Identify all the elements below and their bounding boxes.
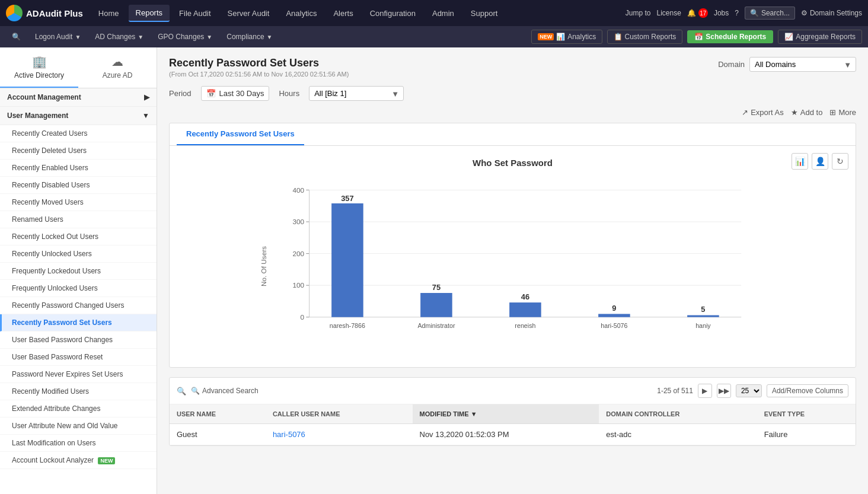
page-subtitle: (From Oct 17,2020 02:51:56 AM to Nov 16,… [169,71,349,78]
col-domain-controller[interactable]: DOMAIN CONTROLLER [599,404,757,424]
col-user-name[interactable]: USER NAME [170,404,266,424]
svg-text:5: 5 [701,305,705,314]
chevron-down-icon: ▼ [142,111,149,120]
account-management-header[interactable]: Account Management ▶ [0,88,157,107]
export-as-button[interactable]: ↗ Export As [742,108,784,117]
hours-dropdown[interactable]: All [Biz 1] [309,86,404,101]
sidebar-tab-azure-ad[interactable]: ☁ Azure AD [78,47,157,88]
license-link[interactable]: License [657,9,681,17]
sidebar-item-recently-unlocked-users[interactable]: Recently Unlocked Users [0,246,157,263]
chart-refresh-button[interactable]: ↻ [832,153,848,170]
analytics-button[interactable]: NEW 📊 Analytics [531,30,602,44]
period-input[interactable]: 📅 Last 30 Days [201,86,270,101]
domain-settings[interactable]: ⚙ Domain Settings [801,9,862,17]
new-badge: NEW [98,457,115,464]
subnav-compliance[interactable]: Compliance ▼ [221,30,278,43]
chart-title: Who Set Password [181,158,844,168]
sidebar-item-account-lockout-analyzer[interactable]: Account Lockout Analyzer NEW [0,452,157,469]
global-search[interactable]: 🔍 Search... [745,7,795,20]
custom-reports-button[interactable]: 📋 Custom Reports [607,30,682,44]
search-icon: 🔍 [12,33,21,41]
user-management-header[interactable]: User Management ▼ [0,107,157,125]
calendar-icon: 📅 [206,89,216,98]
sidebar-item-recently-moved-users[interactable]: Recently Moved Users [0,194,157,211]
subnav-gpo-changes[interactable]: GPO Changes ▼ [152,30,218,43]
svg-text:0: 0 [301,313,305,321]
chevron-down-icon: ▼ [75,34,81,40]
sidebar-item-recently-password-changed-users[interactable]: Recently Password Changed Users [0,297,157,314]
sidebar-item-recently-locked-out-users[interactable]: Recently Locked Out Users [0,228,157,246]
notifications[interactable]: 🔔 17 [687,8,708,18]
subnav-search-icon[interactable]: 🔍 [6,30,27,43]
period-label: Period [169,89,192,98]
subnav-logon-audit[interactable]: Logon Audit ▼ [29,30,87,43]
chart-person-view-button[interactable]: 👤 [812,153,828,170]
chart-bar-view-button[interactable]: 📊 [792,153,808,170]
nav-analytics[interactable]: Analytics [279,5,324,21]
search-icon[interactable]: 🔍 [177,387,186,396]
bar-administrator[interactable] [420,293,452,317]
col-modified-time[interactable]: MODIFIED TIME ▼ [413,404,599,424]
bar-naresh[interactable] [331,203,363,317]
per-page-select[interactable]: 25 [736,384,762,397]
chevron-down-icon: ▼ [267,34,273,40]
table-row: Guest hari-5076 Nov 13,2020 01:52:03 PM … [170,424,856,445]
last-page-button[interactable]: ▶▶ [717,384,731,398]
nav-alerts[interactable]: Alerts [326,5,360,21]
next-page-button[interactable]: ▶ [698,384,712,398]
chart-tab-recently-password-set[interactable]: Recently Password Set Users [177,123,304,145]
bar-reneish[interactable] [509,302,541,317]
aggregate-reports-button[interactable]: 📈 Aggregate Reports [778,30,862,44]
nav-server-audit[interactable]: Server Audit [221,5,277,21]
sidebar-item-user-attribute-new-old[interactable]: User Attribute New and Old Value [0,417,157,435]
add-to-button[interactable]: ★ Add to [791,108,823,117]
sidebar-item-last-modification[interactable]: Last Modification on Users [0,435,157,452]
more-button[interactable]: ⊞ More [829,108,856,117]
add-remove-columns-button[interactable]: Add/Remove Columns [767,384,848,397]
col-caller-user-name[interactable]: CALLER USER NAME [266,404,413,424]
sidebar-item-extended-attribute-changes[interactable]: Extended Attribute Changes [0,400,157,417]
nav-reports[interactable]: Reports [129,5,170,22]
chevron-down-icon: ▼ [206,34,212,40]
sidebar-tab-active-directory[interactable]: 🏢 Active Directory [0,47,78,88]
sidebar-item-recently-password-set-users[interactable]: Recently Password Set Users [0,314,157,332]
more-icon: ⊞ [829,108,836,117]
jump-to[interactable]: Jump to [626,9,651,17]
azure-ad-icon: ☁ [111,55,123,69]
action-bar: ↗ Export As ★ Add to ⊞ More [169,108,856,117]
sidebar-item-user-based-password-changes[interactable]: User Based Password Changes [0,332,157,349]
sidebar-item-recently-enabled-users[interactable]: Recently Enabled Users [0,160,157,177]
app-logo[interactable]: ADAudit Plus [6,5,83,21]
schedule-reports-button[interactable]: 📅 Schedule Reports [687,30,773,43]
nav-support[interactable]: Support [464,5,505,21]
main-layout: 🏢 Active Directory ☁ Azure AD Account Ma… [0,47,868,494]
nav-admin[interactable]: Admin [425,5,461,21]
domain-dropdown[interactable]: All Domains [749,57,856,72]
bar-hari[interactable] [598,314,630,317]
cell-caller-user-name: hari-5076 [266,424,413,445]
sidebar-item-frequently-unlocked-users[interactable]: Frequently Unlocked Users [0,280,157,297]
subnav-ad-changes[interactable]: AD Changes ▼ [89,30,149,43]
nav-home[interactable]: Home [91,5,126,21]
sidebar-item-recently-disabled-users[interactable]: Recently Disabled Users [0,177,157,194]
app-name: ADAudit Plus [26,8,83,18]
bell-icon: 🔔 [687,9,696,17]
nav-file-audit[interactable]: File Audit [172,5,218,21]
caller-user-link[interactable]: hari-5076 [273,430,305,439]
sidebar-item-user-based-password-reset[interactable]: User Based Password Reset [0,349,157,366]
col-event-type[interactable]: EVENT TYPE [757,404,856,424]
bar-haniy[interactable] [687,315,719,317]
svg-text:357: 357 [341,194,353,203]
sidebar-item-frequently-lockedout-users[interactable]: Frequently Lockedout Users [0,263,157,280]
page-title-block: Recently Password Set Users (From Oct 17… [169,57,349,78]
sidebar-item-password-never-expires[interactable]: Password Never Expires Set Users [0,366,157,383]
help-link[interactable]: ? [735,9,739,17]
jobs-link[interactable]: Jobs [714,9,729,17]
sidebar-item-renamed-users[interactable]: Renamed Users [0,211,157,228]
domain-dropdown-wrapper: All Domains ▼ [749,57,856,72]
sidebar-item-recently-deleted-users[interactable]: Recently Deleted Users [0,142,157,160]
nav-configuration[interactable]: Configuration [363,5,423,21]
sidebar-item-recently-modified-users[interactable]: Recently Modified Users [0,383,157,400]
advanced-search-toggle[interactable]: 🔍 Advanced Search [191,387,259,395]
sidebar-item-recently-created-users[interactable]: Recently Created Users [0,125,157,142]
